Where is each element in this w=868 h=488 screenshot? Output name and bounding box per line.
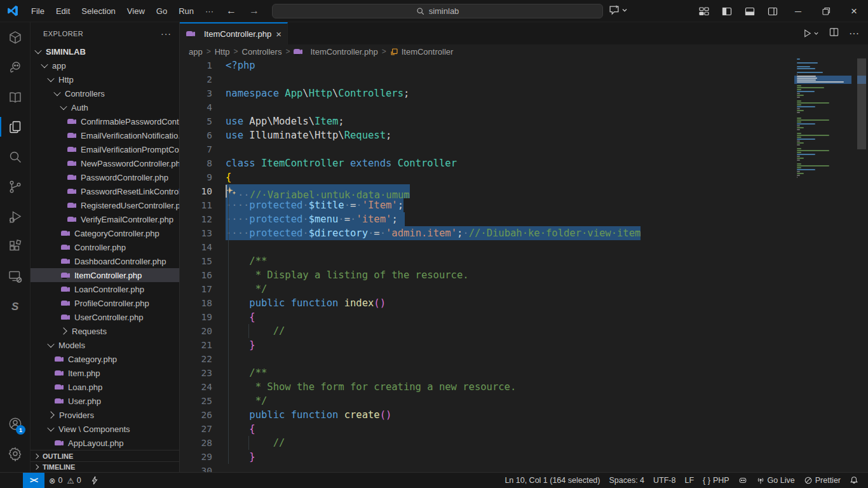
- tree-file-categorycontroller-php[interactable]: CategoryController.php: [31, 226, 179, 240]
- scrollbar-thumb[interactable]: [857, 58, 866, 149]
- run-code-button[interactable]: [803, 29, 819, 38]
- code-line-27[interactable]: 27 {: [180, 422, 868, 436]
- tree-file-registeredusercontroller-p[interactable]: RegisteredUserController.p...: [31, 198, 179, 212]
- activity-item-search[interactable]: [0, 142, 31, 172]
- cursor-position[interactable]: Ln 10, Col 1 (164 selected): [500, 473, 604, 488]
- code-line-10[interactable]: 10··//·Variabel·untuk·data·umum: [180, 184, 868, 198]
- tab-close-icon[interactable]: ×: [276, 29, 281, 39]
- code-line-9[interactable]: 9{: [180, 170, 868, 184]
- tree-file-passwordresetlinkcontroll[interactable]: PasswordResetLinkControll...: [31, 184, 179, 198]
- menu-go[interactable]: Go: [151, 4, 173, 18]
- customize-layout-icon[interactable]: [699, 6, 709, 17]
- tree-file-emailverificationnotificatio[interactable]: EmailVerificationNotificatio...: [31, 128, 179, 142]
- go-live-button[interactable]: Go Live: [752, 473, 799, 488]
- outline-section-header[interactable]: OUTLINE: [31, 450, 179, 461]
- menu-edit[interactable]: Edit: [50, 4, 76, 18]
- minimap[interactable]: [794, 58, 853, 472]
- breadcrumb-item-itemcontroller-php[interactable]: ItemController.php: [294, 47, 377, 57]
- activity-item-sbolt[interactable]: S: [0, 291, 31, 321]
- prettier-status[interactable]: Prettier: [799, 473, 845, 488]
- menu-file[interactable]: File: [25, 4, 50, 18]
- code-line-12[interactable]: 12····protected·$menu·=·'item';: [180, 212, 868, 226]
- command-center-search[interactable]: siminlab: [272, 4, 603, 18]
- tree-file-newpasswordcontroller-php[interactable]: NewPasswordController.php: [31, 156, 179, 170]
- tree-folder-siminlab[interactable]: SIMINLAB: [31, 44, 179, 58]
- code-line-16[interactable]: 16 * Display a listing of the resource.: [180, 268, 868, 282]
- tree-file-loancontroller-php[interactable]: LoanController.php: [31, 282, 179, 296]
- activity-item-files[interactable]: [0, 112, 31, 142]
- activity-item-remote[interactable]: [0, 261, 31, 291]
- code-line-22[interactable]: 22: [180, 352, 868, 366]
- tree-file-category-php[interactable]: Category.php: [31, 352, 179, 366]
- breadcrumb-item-itemcontroller[interactable]: ItemController: [390, 47, 454, 57]
- breadcrumb-item-app[interactable]: app: [189, 47, 203, 57]
- tree-file-user-php[interactable]: User.php: [31, 394, 179, 408]
- eol-sequence[interactable]: LF: [680, 473, 698, 488]
- tree-file-loan-php[interactable]: Loan.php: [31, 380, 179, 394]
- menu-[interactable]: ···: [200, 4, 219, 18]
- history-back-icon[interactable]: ←: [220, 5, 242, 17]
- code-line-17[interactable]: 17 */: [180, 282, 868, 296]
- code-line-15[interactable]: 15 /**: [180, 254, 868, 268]
- indentation[interactable]: Spaces: 4: [604, 473, 649, 488]
- tree-folder-http[interactable]: Http: [31, 72, 179, 86]
- toggle-primary-sidebar-icon[interactable]: [722, 6, 732, 17]
- tree-folder-view-components[interactable]: View \ Components: [31, 422, 179, 436]
- tree-file-usercontroller-php[interactable]: UserController.php: [31, 310, 179, 324]
- activity-item-book[interactable]: [0, 82, 31, 112]
- code-line-6[interactable]: 6use Illuminate\Http\Request;: [180, 128, 868, 142]
- activity-item-mascot[interactable]: [0, 52, 31, 82]
- code-line-11[interactable]: 11····protected·$title·=·'Item';: [180, 198, 868, 212]
- code-line-2[interactable]: 2: [180, 72, 868, 86]
- menu-view[interactable]: View: [121, 4, 151, 18]
- code-line-3[interactable]: 3namespace App\Http\Controllers;: [180, 86, 868, 100]
- tree-file-applayout-php[interactable]: AppLayout.php: [31, 436, 179, 450]
- tree-file-profilecontroller-php[interactable]: ProfileController.php: [31, 296, 179, 310]
- problems-indicator[interactable]: ⊗0 ⚠0: [44, 473, 86, 488]
- activity-item-gear[interactable]: [0, 438, 31, 468]
- breadcrumb-item-http[interactable]: Http: [215, 47, 230, 57]
- code-line-25[interactable]: 25 */: [180, 394, 868, 408]
- tree-folder-providers[interactable]: Providers: [31, 408, 179, 422]
- copilot-status[interactable]: [734, 473, 752, 488]
- activity-item-ext[interactable]: [0, 231, 31, 261]
- code-line-23[interactable]: 23 /**: [180, 366, 868, 380]
- code-line-26[interactable]: 26 public function create(): [180, 408, 868, 422]
- code-line-28[interactable]: 28 //: [180, 436, 868, 450]
- tree-folder-requests[interactable]: Requests: [31, 324, 179, 338]
- explorer-more-actions-icon[interactable]: ···: [161, 29, 172, 39]
- code-line-13[interactable]: 13····protected·$directory·=·'admin.item…: [180, 226, 868, 240]
- tree-file-itemcontroller-php[interactable]: ItemController.php: [31, 268, 179, 282]
- menu-selection[interactable]: Selection: [76, 4, 121, 18]
- encoding[interactable]: UTF-8: [649, 473, 680, 488]
- tab-itemcontroller[interactable]: ItemController.php ×: [180, 22, 288, 44]
- code-line-24[interactable]: 24 * Show the form for creating a new re…: [180, 380, 868, 394]
- editor-more-actions-icon[interactable]: ···: [849, 28, 859, 39]
- code-line-19[interactable]: 19 {: [180, 310, 868, 324]
- remote-indicator[interactable]: ><: [23, 473, 44, 488]
- toggle-secondary-sidebar-icon[interactable]: [768, 6, 778, 17]
- code-editor[interactable]: 1<?php23namespace App\Http\Controllers;4…: [180, 58, 868, 472]
- tree-file-item-php[interactable]: Item.php: [31, 366, 179, 380]
- tree-folder-models[interactable]: Models: [31, 338, 179, 352]
- restore-button[interactable]: [812, 1, 840, 22]
- code-line-20[interactable]: 20 //: [180, 324, 868, 338]
- toggle-panel-icon[interactable]: [745, 6, 755, 17]
- history-forward-icon[interactable]: →: [243, 5, 265, 17]
- code-line-30[interactable]: 30: [180, 464, 868, 472]
- tree-file-controller-php[interactable]: Controller.php: [31, 240, 179, 254]
- code-line-7[interactable]: 7: [180, 142, 868, 156]
- timeline-section-header[interactable]: TIMELINE: [31, 461, 179, 472]
- code-line-5[interactable]: 5use App\Models\Item;: [180, 114, 868, 128]
- tree-file-confirmablepasswordcontr[interactable]: ConfirmablePasswordContr...: [31, 114, 179, 128]
- tree-folder-auth[interactable]: Auth: [31, 100, 179, 114]
- code-line-8[interactable]: 8class ItemController extends Controller: [180, 156, 868, 170]
- language-mode[interactable]: { } PHP: [698, 473, 734, 488]
- breadcrumb-item-controllers[interactable]: Controllers: [242, 47, 282, 57]
- close-button[interactable]: ×: [840, 1, 868, 22]
- menu-run[interactable]: Run: [173, 4, 200, 18]
- code-line-14[interactable]: 14: [180, 240, 868, 254]
- code-line-29[interactable]: 29 }: [180, 450, 868, 464]
- activity-item-scm[interactable]: [0, 172, 31, 201]
- tree-file-verifyemailcontroller-php[interactable]: VerifyEmailController.php: [31, 212, 179, 226]
